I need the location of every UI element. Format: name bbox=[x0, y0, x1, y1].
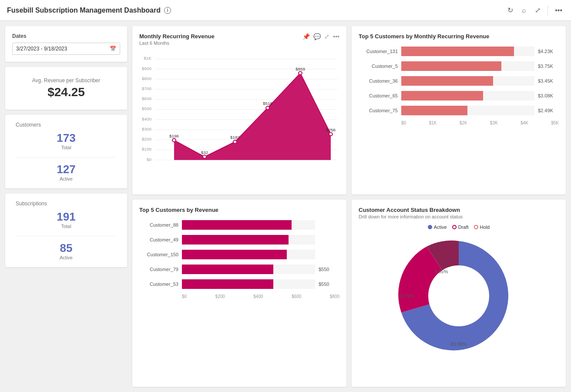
bar-track bbox=[182, 279, 315, 289]
svg-point-41 bbox=[428, 265, 489, 326]
legend-active-label: Active bbox=[434, 224, 447, 230]
avg-revenue-label: Avg. Revenue per Subscriber bbox=[12, 77, 120, 84]
bar-fill bbox=[182, 235, 289, 245]
bar-fill bbox=[401, 76, 493, 86]
svg-point-24 bbox=[203, 155, 206, 158]
comment-icon[interactable]: 💬 bbox=[313, 33, 321, 40]
list-item: Customer_150 bbox=[139, 250, 339, 259]
svg-text:$500: $500 bbox=[142, 107, 151, 111]
svg-point-26 bbox=[266, 106, 269, 109]
top5-revenue-bars: Customer_88 Customer_49 Customer_150 Cus… bbox=[139, 220, 339, 289]
account-status-title: Customer Account Status Breakdown bbox=[359, 207, 559, 213]
legend-draft-label: Draft bbox=[458, 224, 469, 230]
customers-active-label: Active bbox=[16, 176, 117, 181]
legend-draft-dot bbox=[452, 225, 457, 229]
subscriptions-total-section: 191 Total bbox=[16, 210, 117, 229]
stats-divider bbox=[16, 157, 117, 157]
bar-label: Customer_79 bbox=[139, 267, 178, 272]
svg-text:$518: $518 bbox=[263, 101, 272, 106]
list-item: Customer_75 $2.49K bbox=[359, 106, 559, 115]
bar-fill bbox=[182, 250, 287, 259]
bar-label: Customer_49 bbox=[139, 237, 178, 242]
legend-hold-dot bbox=[474, 225, 478, 229]
more-chart-icon[interactable]: ••• bbox=[333, 33, 339, 40]
pin-icon[interactable]: 📌 bbox=[302, 33, 310, 40]
bar-track bbox=[401, 47, 534, 56]
dates-card: Dates 3/27/2023 - 9/18/2023 📅 bbox=[5, 26, 127, 62]
svg-text:$100: $100 bbox=[142, 147, 151, 152]
list-item: Customer_88 bbox=[139, 220, 339, 230]
subscriptions-total-value: 191 bbox=[16, 210, 117, 224]
glasses-button[interactable]: ⌕ bbox=[520, 5, 528, 16]
top5-mrr-x-axis: $0$1K$2K$3K$4K$5K bbox=[359, 121, 559, 125]
mrr-svg: $0 $100 $200 $300 $400 $500 $600 $700 $8… bbox=[139, 51, 339, 164]
avg-revenue-card: Avg. Revenue per Subscriber $24.25 bbox=[5, 67, 127, 110]
mrr-chart-subtitle: Last 6 Months bbox=[139, 40, 215, 46]
info-icon[interactable]: i bbox=[164, 7, 171, 14]
svg-text:$200: $200 bbox=[142, 137, 151, 141]
list-item: Customer_53 $550 bbox=[139, 279, 339, 289]
header-actions: ↻ ⌕ ⤢ ••• bbox=[506, 4, 564, 16]
list-item: Customer_49 bbox=[139, 235, 339, 245]
bar-track bbox=[401, 91, 534, 101]
top5-revenue-chart: Customer_88 Customer_49 Customer_150 Cus… bbox=[139, 220, 339, 299]
list-item: Customer_131 $4.23K bbox=[359, 47, 559, 56]
avg-revenue-value: $24.25 bbox=[12, 85, 120, 99]
bar-fill bbox=[182, 265, 273, 274]
top5-mrr-chart: Customer_131 $4.23K Customer_5 $3.75K Cu… bbox=[359, 47, 559, 125]
dates-label: Dates bbox=[12, 33, 120, 39]
header-title-area: Fusebill Subscription Management Dashboa… bbox=[7, 7, 171, 14]
list-item: Customer_5 $3.75K bbox=[359, 61, 559, 71]
expand-chart-icon[interactable]: ⤢ bbox=[324, 33, 329, 40]
svg-text:$182: $182 bbox=[230, 135, 240, 140]
customers-category: Customers bbox=[16, 122, 117, 128]
mrr-chart-actions: 📌 💬 ⤢ ••• bbox=[302, 33, 339, 40]
expand-button[interactable]: ⤢ bbox=[533, 4, 542, 16]
list-item: Customer_36 $3.45K bbox=[359, 76, 559, 86]
legend-hold: Hold bbox=[474, 224, 490, 230]
subscriptions-active-value: 85 bbox=[16, 241, 117, 255]
subscriptions-active-label: Active bbox=[16, 255, 117, 260]
list-item: Customer_79 $550 bbox=[139, 265, 339, 274]
top5-revenue-x-axis: $0$200$400$600$800 bbox=[139, 294, 339, 299]
svg-text:$32: $32 bbox=[201, 150, 208, 155]
svg-text:May 2023: May 2023 bbox=[195, 164, 214, 164]
svg-text:$600: $600 bbox=[142, 97, 151, 101]
donut-chart-container: Active Draft Hold bbox=[359, 224, 559, 357]
customers-total-label: Total bbox=[16, 145, 117, 150]
legend-active-dot bbox=[428, 225, 432, 229]
svg-point-27 bbox=[299, 71, 302, 74]
subscriptions-card: Subscriptions 191 Total 85 Active bbox=[5, 194, 127, 267]
svg-text:Apr 2023: Apr 2023 bbox=[165, 164, 183, 164]
bar-label: Customer_5 bbox=[359, 64, 398, 69]
bar-fill bbox=[401, 61, 501, 71]
svg-text:Jul 2023: Jul 2023 bbox=[259, 164, 276, 164]
bar-fill bbox=[401, 106, 467, 115]
header-divider bbox=[547, 5, 548, 16]
bar-value: $550 bbox=[319, 281, 339, 287]
top5-revenue-card: Top 5 Customers by Revenue Customer_88 C… bbox=[132, 200, 346, 387]
refresh-button[interactable]: ↻ bbox=[506, 4, 515, 16]
more-button[interactable]: ••• bbox=[553, 5, 564, 16]
bar-label: Customer_131 bbox=[359, 49, 398, 54]
top5-revenue-title: Top 5 Customers by Revenue bbox=[139, 207, 339, 213]
mrr-chart-card: Monthly Recurring Revenue Last 6 Months … bbox=[132, 26, 346, 194]
mrr-chart-header: Monthly Recurring Revenue Last 6 Months … bbox=[139, 33, 339, 51]
date-input[interactable]: 3/27/2023 - 9/18/2023 📅 bbox=[12, 43, 120, 55]
bar-track bbox=[401, 76, 534, 86]
bar-value: $550 bbox=[319, 267, 339, 272]
legend-draft: Draft bbox=[452, 224, 469, 230]
customers-total-value: 173 bbox=[16, 131, 117, 145]
bar-label: Customer_88 bbox=[139, 222, 178, 228]
bar-track bbox=[182, 220, 315, 230]
subscriptions-category: Subscriptions bbox=[16, 201, 117, 207]
bar-fill bbox=[182, 220, 292, 230]
date-value: 3/27/2023 - 9/18/2023 bbox=[16, 46, 67, 52]
app-header: Fusebill Subscription Management Dashboa… bbox=[0, 0, 571, 21]
svg-text:Jun 2023: Jun 2023 bbox=[226, 164, 244, 164]
pct-hold: 12.5% bbox=[400, 293, 414, 298]
svg-text:$0: $0 bbox=[147, 157, 151, 162]
donut-svg-container: 12.5% 3.95% 83.55% bbox=[398, 235, 520, 357]
bar-track bbox=[182, 235, 315, 245]
mrr-chart-title: Monthly Recurring Revenue bbox=[139, 33, 215, 40]
